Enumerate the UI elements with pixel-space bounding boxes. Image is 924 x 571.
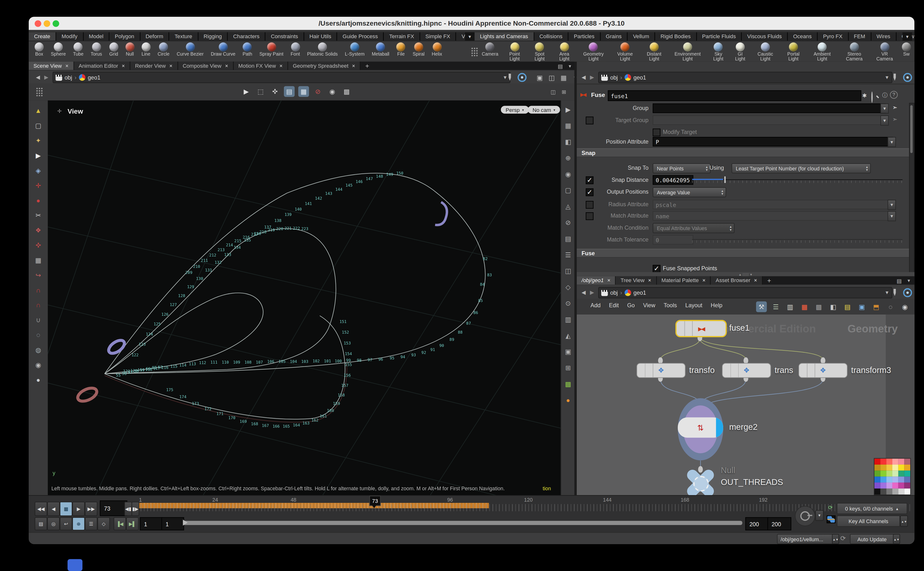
range-slider[interactable] [183,521,742,525]
toolbar-icon-18[interactable]: ● [33,374,44,385]
shelf-tool-sw[interactable]: Sw [898,41,915,57]
shelf-tool-area-light[interactable]: Area Light [552,41,577,62]
shelf-tool-ambient-light[interactable]: Ambient Light [807,41,838,62]
toolbar-icon-2[interactable]: ✦ [33,135,44,146]
color-swatch[interactable] [898,465,904,471]
link-target-icon[interactable] [903,73,912,82]
color-swatch[interactable] [898,483,904,489]
color-swatch[interactable] [898,477,904,483]
match-condition-dropdown[interactable]: Equal Attribute Values▲▼ [653,223,735,233]
prev-key-button[interactable]: ◀▮ [124,502,132,516]
color-swatch[interactable] [880,458,886,465]
network-layout-icon[interactable]: ▤ [895,276,904,285]
group-field[interactable] [653,103,886,113]
color-swatch[interactable] [904,458,910,465]
toolbar-icon-5[interactable]: ⊘ [313,86,323,97]
close-icon[interactable]: × [225,63,228,69]
tab-oceans[interactable]: Oceans [788,32,818,41]
pane-handle-icon[interactable] [36,87,43,96]
keys-summary-dropdown[interactable]: 0 keys, 0/0 channels▲ [837,503,907,514]
color-swatch[interactable] [892,483,898,489]
pin-icon[interactable] [893,289,896,296]
shelf-tool-vr-camera[interactable]: VR Camera [871,41,898,62]
modify-target-checkbox[interactable] [653,129,661,136]
shelf-tool-sphere[interactable]: Sphere [47,41,69,57]
toolbar-icon-11[interactable]: ◇ [563,282,574,293]
toolbar-icon-12[interactable]: ∩ [33,284,44,295]
snap-distance-field[interactable]: 0.00462095 [653,175,693,185]
color-swatch[interactable] [904,465,910,471]
shelf-tool-line[interactable]: Line [138,41,154,57]
toolbar-icon-6[interactable]: ◬ [563,201,574,212]
status-path-spinner-icon[interactable]: ▲▼ [832,534,839,544]
toolbar-icon-2[interactable]: ✜ [270,86,280,97]
node-out-threads[interactable] [684,466,718,495]
node-transform2[interactable]: ✥ [722,363,771,378]
chevron-down-icon[interactable]: ▼ [885,290,889,295]
grid-toggle-icon[interactable]: ⊞ [559,87,568,96]
toolbar-icon-6[interactable]: ◉ [327,86,338,97]
tab-rigid-bodies[interactable]: Rigid Bodies [655,32,697,41]
param-path-combo[interactable]: obj › geo1 ▼ [598,72,892,83]
node-fuse1[interactable]: ▶◀ [675,320,727,337]
close-icon[interactable]: × [702,278,705,284]
menu-add[interactable]: Add [591,302,601,309]
match-tolerance-field[interactable]: 0 [653,235,693,245]
toolbar-icon-14[interactable]: ◭ [563,330,574,341]
color-swatch[interactable] [892,465,898,471]
range-start-field[interactable]: 1 [140,517,163,530]
toolbar-icon-0[interactable]: ▣ [534,72,545,83]
color-swatch[interactable] [880,471,886,477]
tab-render-view[interactable]: Render View× [130,62,178,70]
group-select-arrow-icon[interactable]: ➣ [892,104,898,111]
shelf-tool-tube[interactable]: Tube [69,41,87,57]
forward-icon[interactable]: ▶ [42,72,51,81]
snapshot-icon[interactable]: ◫ [549,87,558,96]
close-icon[interactable]: × [122,63,125,69]
tab-motion-fx-view[interactable]: Motion FX View× [233,62,288,70]
toolbar-icon-6[interactable]: ▤ [842,301,853,312]
toolbar-icon-3[interactable]: ⊕ [563,153,574,164]
info-icon[interactable]: ⓘ [880,91,889,100]
shelf-tool-font[interactable]: Font [287,41,303,57]
shelf-right-overflow-icon[interactable]: ▼ [902,32,912,41]
tab-material-palette[interactable]: Material Palette× [656,276,711,285]
snap-distance-slider[interactable] [692,179,902,180]
minimize-window-button[interactable] [44,20,50,27]
back-icon[interactable]: ◀ [579,288,588,296]
menu-tools[interactable]: Tools [664,302,677,309]
scene-viewport[interactable]: 8283848586878889909192939495969798991001… [48,100,561,495]
range-end-field[interactable]: 200 [745,517,769,530]
shelf-tool-grid[interactable]: Grid [106,41,122,57]
pin-icon[interactable] [893,74,896,81]
back-icon[interactable]: ◀ [34,72,43,81]
toolbar-icon-7[interactable]: ▣ [856,301,867,312]
toolbar-icon-15[interactable]: ▣ [563,346,574,357]
color-swatch[interactable] [904,483,910,489]
toolbar-icon-18[interactable]: ● [563,395,574,406]
zoom-window-button[interactable] [53,20,59,27]
color-swatch[interactable] [880,477,886,483]
radius-attr-field[interactable]: pscale [653,200,893,209]
close-icon[interactable]: × [65,63,69,69]
position-attr-field[interactable]: P [653,137,893,147]
forward-icon[interactable]: ▶ [587,72,596,81]
current-frame-field[interactable]: 73 [100,500,127,516]
shelf-tool-curve-bezier[interactable]: Curve Bezier [173,41,207,57]
tab-particle-fluids[interactable]: Particle Fluids [697,32,742,41]
tab-hair-utils[interactable]: Hair Utils [304,32,337,41]
shelf-tool-circle[interactable]: Circle [154,41,173,57]
toolbar-icon-0[interactable]: ▶ [241,86,252,97]
color-swatch[interactable] [898,489,904,495]
toolbar-icon-9[interactable]: ☰ [563,249,574,260]
color-swatch[interactable] [880,489,886,495]
pane-divider[interactable] [574,62,577,495]
color-swatch[interactable] [886,483,892,489]
playbar-options-button[interactable]: ▤ [35,517,47,530]
range-start-arrow[interactable]: ▐◀ [114,517,126,530]
fuse-snapped-checkbox[interactable]: ✓ [653,265,661,273]
toolbar-icon-7[interactable]: ✂ [33,210,44,221]
toolbar-icon-3[interactable]: ▶ [33,150,44,161]
shelf-tool-geometry-light[interactable]: Geometry Light [577,41,610,62]
shelf-tool-box[interactable]: Box [31,41,47,57]
